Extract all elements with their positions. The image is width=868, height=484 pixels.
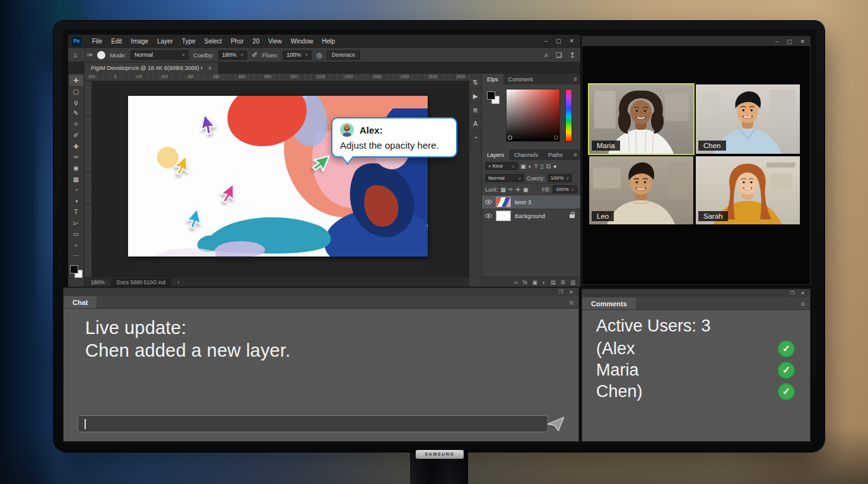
color-swatches[interactable] xyxy=(487,91,500,104)
path-selection-tool[interactable]: ▻ xyxy=(69,217,83,228)
menu-window[interactable]: Window xyxy=(286,38,318,45)
properties-panel-icon[interactable]: ⇅ xyxy=(470,76,481,89)
layer-effects-icon[interactable]: fx xyxy=(523,279,527,285)
layer-opacity-select[interactable]: 100% ∨ xyxy=(548,174,572,182)
smoothing-button[interactable]: Derenace xyxy=(327,50,360,60)
layer-row-background[interactable]: Background xyxy=(482,209,580,223)
delete-layer-icon[interactable]: ▥ xyxy=(570,279,575,285)
send-button[interactable] xyxy=(547,417,565,432)
foreground-color-swatch[interactable] xyxy=(487,91,495,100)
layer-group-icon[interactable]: ▤ xyxy=(551,279,556,285)
adjustment-layer-icon[interactable]: ◐ xyxy=(542,279,546,285)
blend-mode-select[interactable]: Normal ∨ xyxy=(131,50,189,60)
close-icon[interactable]: ✕ xyxy=(801,291,805,296)
float-panel-icon[interactable]: ❐ xyxy=(558,289,563,295)
lock-all-icon[interactable]: ▣ xyxy=(523,187,529,193)
minimize-button[interactable]: – xyxy=(544,38,548,44)
document-tab[interactable]: PigIM Devsitoproot @ 18.4K 6(90tk9,3068)… xyxy=(85,62,218,74)
menu-view[interactable]: View xyxy=(264,38,286,45)
panel-menu-icon[interactable]: ≡ xyxy=(565,296,578,308)
close-icon[interactable]: ✕ xyxy=(569,289,573,295)
brush-tool[interactable]: ✑ xyxy=(69,152,83,163)
tab-comment[interactable]: Comment xyxy=(503,74,538,84)
home-icon[interactable]: ⌂ xyxy=(73,51,78,59)
actions-panel-icon[interactable]: ▶ xyxy=(470,90,481,103)
menu-type[interactable]: Type xyxy=(177,38,200,45)
filter-pixel-icon[interactable]: ▣ xyxy=(520,163,526,170)
filter-shape-icon[interactable]: ▯ xyxy=(540,163,543,170)
search-icon[interactable]: ⌕ xyxy=(544,51,548,59)
menu-3d[interactable]: 20 xyxy=(248,38,264,45)
history-panel-icon[interactable]: ◔ xyxy=(470,132,481,144)
menu-image[interactable]: Image xyxy=(126,38,153,45)
airbrush-icon[interactable]: ◎ xyxy=(316,51,322,59)
menu-filter[interactable]: Phsr xyxy=(226,38,249,45)
zoom-level[interactable]: 160% xyxy=(91,279,105,285)
lock-position-icon[interactable]: ✛ xyxy=(515,187,520,193)
adjustments-panel-icon[interactable]: ≣ xyxy=(470,104,481,117)
minimize-button[interactable]: – xyxy=(775,38,778,45)
tab-color[interactable]: Elps xyxy=(482,74,503,84)
crop-tool[interactable]: ⌗ xyxy=(69,119,83,130)
flow-select[interactable]: 100% ∨ xyxy=(283,50,312,60)
layer-mask-icon[interactable]: ▣ xyxy=(532,279,537,285)
chat-input[interactable] xyxy=(78,415,548,432)
lasso-tool[interactable]: ϙ xyxy=(69,97,83,108)
zoom-tool[interactable]: ⌕ xyxy=(69,239,83,250)
quick-selection-tool[interactable]: ✎ xyxy=(69,108,83,118)
more-tools-icon[interactable]: ⋯ xyxy=(69,250,83,261)
menu-file[interactable]: File xyxy=(88,38,107,45)
pressure-opacity-icon[interactable]: ✐ xyxy=(252,51,257,59)
filter-toggle-icon[interactable]: ● xyxy=(553,163,556,170)
video-tile-chen[interactable]: Chen xyxy=(696,84,800,154)
layer-row-layer3[interactable]: terer 3 xyxy=(482,195,580,209)
link-layers-icon[interactable]: ∞ xyxy=(514,279,518,285)
hue-slider[interactable] xyxy=(565,89,572,142)
visibility-eye-icon[interactable] xyxy=(485,214,492,218)
close-button[interactable]: ✕ xyxy=(800,38,805,45)
tab-chat[interactable]: Chat xyxy=(64,296,97,308)
share-icon[interactable]: ↥ xyxy=(570,51,575,59)
menu-layer[interactable]: Layer xyxy=(153,38,177,45)
character-panel-icon[interactable]: A xyxy=(470,118,481,130)
type-tool[interactable]: T xyxy=(69,207,83,217)
dodge-tool[interactable]: ◑ xyxy=(69,195,83,206)
lock-pixels-icon[interactable]: ✑ xyxy=(508,187,513,193)
panel-menu-icon[interactable]: ≡ xyxy=(570,74,580,84)
clone-stamp-tool[interactable]: ◉ xyxy=(69,163,83,173)
healing-brush-tool[interactable]: ✚ xyxy=(69,141,83,151)
foreground-background-swatches[interactable] xyxy=(70,265,83,278)
fill-select[interactable]: 100% ∨ xyxy=(553,185,577,193)
tab-channels[interactable]: Channels xyxy=(509,149,543,160)
video-tile-sarah[interactable]: Sarah xyxy=(696,156,800,224)
maximize-button[interactable]: ▢ xyxy=(787,38,792,45)
video-tile-maria[interactable]: Maria xyxy=(589,84,693,154)
visibility-eye-icon[interactable] xyxy=(485,200,492,204)
filter-smart-object-icon[interactable]: ⊡ xyxy=(546,163,551,170)
tab-paths[interactable]: Paths xyxy=(543,149,568,160)
marquee-tool[interactable]: ▢ xyxy=(69,86,83,96)
menu-help[interactable]: Help xyxy=(317,38,339,45)
menu-edit[interactable]: Edit xyxy=(107,38,126,45)
new-layer-icon[interactable]: ⊞ xyxy=(561,279,565,285)
tab-layers[interactable]: Layers xyxy=(482,149,509,160)
blur-tool[interactable]: ◔ xyxy=(69,185,83,195)
workspace-icon[interactable]: ❏ xyxy=(556,51,562,59)
status-expander-icon[interactable]: › xyxy=(177,279,179,285)
maximize-button[interactable]: ▢ xyxy=(556,38,561,44)
brush-preset-icon[interactable] xyxy=(97,51,105,59)
tab-close-icon[interactable]: ✕ xyxy=(208,66,212,71)
saturation-value-picker[interactable] xyxy=(506,89,560,142)
blend-mode-select[interactable]: Normal ∨ xyxy=(485,174,524,182)
foreground-color-swatch[interactable] xyxy=(70,265,78,274)
rectangle-tool[interactable]: ▭ xyxy=(69,228,83,239)
gradient-tool[interactable]: ▦ xyxy=(69,174,83,185)
move-tool[interactable]: ✛ xyxy=(69,75,83,86)
lock-transparency-icon[interactable]: ▦ xyxy=(500,187,506,193)
video-tile-leo[interactable]: Leo xyxy=(589,156,693,224)
filter-type-icon[interactable]: T xyxy=(534,163,538,170)
opacity-select[interactable]: 180% ∨ xyxy=(218,50,247,60)
tab-comments[interactable]: Comments xyxy=(582,297,636,309)
menu-select[interactable]: Select xyxy=(200,38,226,45)
panel-menu-icon[interactable]: ≡ xyxy=(796,297,810,309)
